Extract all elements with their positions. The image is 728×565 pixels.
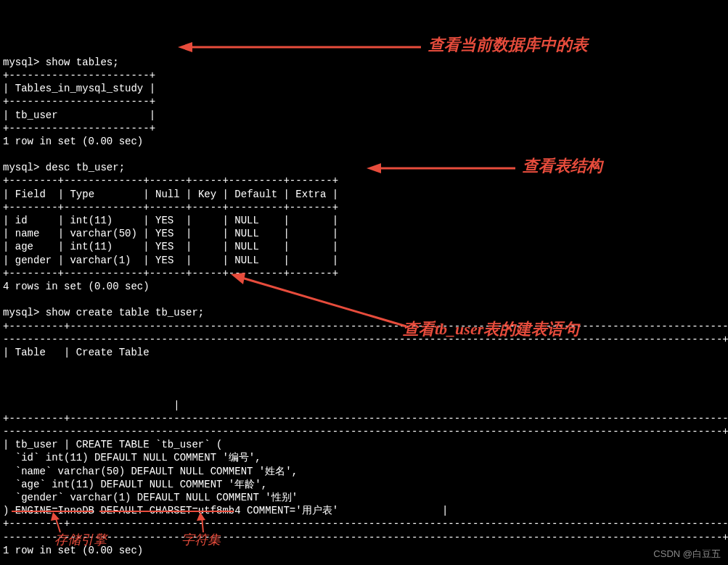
result-line: 4 rows in set (0.00 sec) <box>3 281 150 292</box>
annotation-engine: 存储引擎 <box>54 532 107 548</box>
command-line: desc tb_user; <box>46 162 125 173</box>
annotation-show-create: 查看tb_user表的建表语句 <box>403 319 579 340</box>
watermark: CSDN @白豆五 <box>653 548 721 561</box>
arrow-icon <box>178 40 425 54</box>
command-line: show create table tb_user; <box>46 307 204 318</box>
svg-marker-1 <box>178 42 192 52</box>
annotation-show-tables: 查看当前数据库中的表 <box>428 35 588 56</box>
mysql-prompt: mysql> <box>3 307 39 318</box>
annotation-desc-table: 查看表结构 <box>523 156 602 177</box>
mysql-prompt: mysql> <box>3 57 39 68</box>
mysql-prompt: mysql> <box>3 162 39 173</box>
underline-charset <box>99 511 234 512</box>
table-row: tb_user <box>15 110 58 121</box>
annotation-charset: 字符集 <box>181 532 221 548</box>
underline-engine <box>12 511 93 512</box>
command-line: show tables; <box>46 57 119 68</box>
table-header: Tables_in_mysql_study <box>15 83 143 94</box>
result-line: 1 row in set (0.00 sec) <box>3 136 143 147</box>
terminal-output: mysql> show tables; +-------------------… <box>3 56 725 565</box>
